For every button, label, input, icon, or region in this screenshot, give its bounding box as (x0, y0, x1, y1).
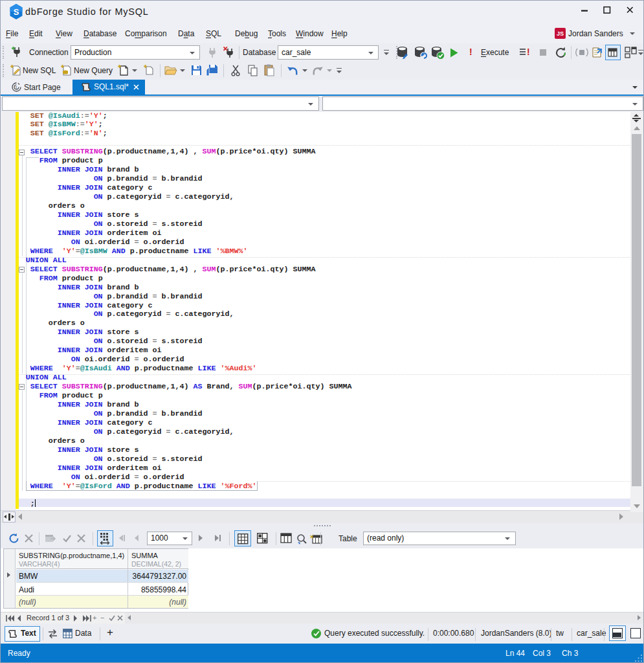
svg-text:S: S (14, 7, 19, 17)
svg-text:1: 1 (15, 85, 17, 90)
